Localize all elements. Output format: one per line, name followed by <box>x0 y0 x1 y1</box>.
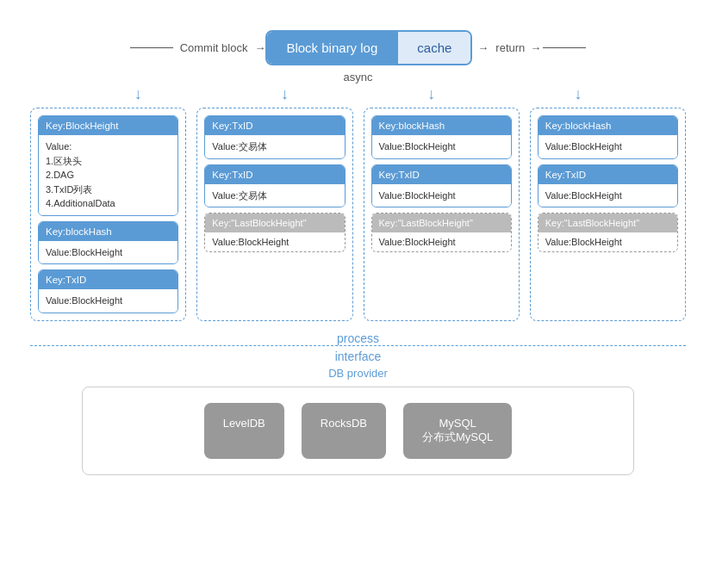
arrow-from-box: → <box>477 41 489 54</box>
db-provider-label: DB provider <box>30 367 686 380</box>
rocksdb-box: RocksDB <box>302 403 386 459</box>
card-3-1-key: Key:blockHash <box>372 116 511 135</box>
left-line <box>130 47 173 48</box>
card-1-1-key: Key:BlockHeight <box>39 116 177 135</box>
card-3-3-value: Value:BlockHeight <box>372 232 511 251</box>
card-4-2-value: Value:BlockHeight <box>539 184 677 207</box>
return-arrow: → <box>530 41 541 54</box>
column-1: Key:BlockHeight Value: 1.区块头 2.DAG 3.TxI… <box>30 108 186 321</box>
return-label: return <box>495 41 525 54</box>
card-1-3-key: Key:TxID <box>39 270 177 289</box>
card-2-2-value: Value:交易体 <box>205 184 344 207</box>
card-4-3: Key:"LastBlockHeight" Value:BlockHeight <box>538 213 678 252</box>
block-binary-log-box: Block binary log <box>267 32 398 64</box>
card-3-2-key: Key:TxID <box>372 165 511 184</box>
commit-block-flow: Commit block → <box>130 41 266 54</box>
card-1-1-value: Value: 1.区块头 2.DAG 3.TxID列表 4.Additional… <box>39 135 177 215</box>
card-3-3: Key:"LastBlockHeight" Value:BlockHeight <box>371 213 512 252</box>
card-1-3: Key:TxID Value:BlockHeight <box>38 269 178 313</box>
card-4-3-value: Value:BlockHeight <box>539 232 677 251</box>
top-boxes-container: Block binary log cache <box>265 30 472 65</box>
column-4: Key:blockHash Value:BlockHeight Key:TxID… <box>530 108 686 321</box>
card-2-2: Key:TxID Value:交易体 <box>204 164 345 208</box>
card-3-2-value: Value:BlockHeight <box>372 184 511 207</box>
card-2-3: Key:"LastBlockHeight" Value:BlockHeight <box>204 213 345 252</box>
mysql-box: MySQL 分布式MySQL <box>403 403 512 459</box>
arrow-down-1: ↓ <box>134 85 142 103</box>
main-diagram: Commit block → Block binary log cache → … <box>0 0 716 588</box>
card-2-3-key: Key:"LastBlockHeight" <box>205 214 344 232</box>
card-4-1: Key:blockHash Value:BlockHeight <box>538 115 678 159</box>
card-4-2-key: Key:TxID <box>539 165 677 184</box>
card-3-1: Key:blockHash Value:BlockHeight <box>371 115 512 159</box>
cache-box: cache <box>398 32 470 64</box>
interface-label: interface <box>30 350 686 363</box>
column-3: Key:blockHash Value:BlockHeight Key:TxID… <box>364 108 520 321</box>
columns-container: Key:BlockHeight Value: 1.区块头 2.DAG 3.TxI… <box>17 108 699 321</box>
card-2-1-value: Value:交易体 <box>205 135 344 158</box>
arrows-down: ↓ ↓ ↓ ↓ <box>17 85 699 103</box>
arrow-to-box: → <box>254 41 265 54</box>
leveldb-box: LevelDB <box>204 403 284 459</box>
card-1-3-value: Value:BlockHeight <box>39 289 177 313</box>
card-1-2-value: Value:BlockHeight <box>39 241 177 264</box>
card-4-1-value: Value:BlockHeight <box>539 135 677 158</box>
card-3-2: Key:TxID Value:BlockHeight <box>371 164 512 208</box>
card-2-1-key: Key:TxID <box>205 116 344 135</box>
arrow-down-3: ↓ <box>427 85 435 103</box>
arrow-down-4: ↓ <box>574 85 582 103</box>
commit-block-label: Commit block <box>180 41 248 54</box>
async-label: async <box>17 71 699 84</box>
card-3-3-key: Key:"LastBlockHeight" <box>372 214 511 232</box>
db-provider-container: LevelDB RocksDB MySQL 分布式MySQL <box>82 387 634 475</box>
card-3-1-value: Value:BlockHeight <box>372 135 511 158</box>
column-2: Key:TxID Value:交易体 Key:TxID Value:交易体 Ke… <box>196 108 352 321</box>
process-label: process <box>17 331 699 345</box>
card-1-1: Key:BlockHeight Value: 1.区块头 2.DAG 3.TxI… <box>38 115 178 216</box>
card-2-1: Key:TxID Value:交易体 <box>204 115 345 159</box>
card-1-2-key: Key:blockHash <box>39 222 177 241</box>
card-2-2-key: Key:TxID <box>205 165 344 184</box>
right-line <box>543 47 586 48</box>
arrow-down-2: ↓ <box>281 85 289 103</box>
card-2-3-value: Value:BlockHeight <box>205 232 344 251</box>
interface-section: interface DB provider LevelDB RocksDB My… <box>30 345 686 475</box>
card-4-2: Key:TxID Value:BlockHeight <box>538 164 678 208</box>
card-1-2: Key:blockHash Value:BlockHeight <box>38 221 178 265</box>
return-flow: → return → <box>472 41 586 54</box>
card-4-1-key: Key:blockHash <box>539 116 677 135</box>
card-4-3-key: Key:"LastBlockHeight" <box>539 214 677 232</box>
top-flow-row: Commit block → Block binary log cache → … <box>17 30 699 65</box>
